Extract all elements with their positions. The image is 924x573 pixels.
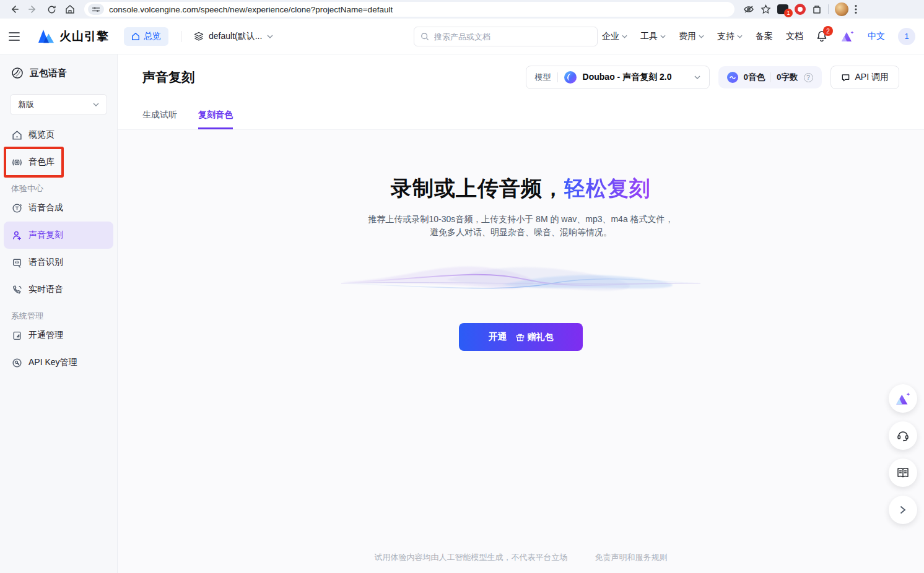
- api-key-icon: [11, 357, 22, 368]
- nav-item-billing[interactable]: 费用: [679, 31, 704, 42]
- sidebar-item-subscription[interactable]: 开通管理: [4, 322, 113, 349]
- headset-icon: [896, 429, 910, 442]
- sidebar-section-system: 系统管理: [0, 303, 117, 322]
- footer: 试用体验内容均由人工智能模型生成，不代表平台立场 免责声明和服务规则: [118, 552, 924, 563]
- sidebar-item-asr[interactable]: 语音识别: [4, 249, 113, 276]
- project-selector[interactable]: default(默认...: [194, 31, 273, 42]
- notification-badge: 2: [823, 26, 833, 36]
- sidebar-item-label: 开通管理: [28, 330, 63, 341]
- browser-menu-icon[interactable]: [855, 4, 857, 14]
- api-button-label: API 调用: [855, 72, 889, 83]
- api-chat-icon: [841, 73, 850, 82]
- project-name: default(默认...: [209, 31, 262, 42]
- header-controls: 模型 Doubao - 声音复刻 2.0 0音色 0字数 ?: [526, 66, 899, 89]
- sidebar-item-overview[interactable]: 概览页: [4, 121, 113, 149]
- hero-title-plain: 录制或上传音频，: [391, 176, 564, 200]
- collapse-button[interactable]: [889, 496, 917, 524]
- speech-synthesis-icon: [11, 202, 22, 213]
- extension-tab-icon[interactable]: [812, 5, 822, 14]
- extension-icon[interactable]: 1: [777, 4, 788, 14]
- forward-icon[interactable]: [25, 2, 41, 17]
- chevron-down-icon: [660, 35, 666, 38]
- nav-item-filing[interactable]: 备案: [756, 31, 773, 42]
- open-book-icon: [896, 467, 910, 479]
- logo-text: 火山引擎: [59, 28, 109, 45]
- support-button[interactable]: [889, 421, 917, 450]
- version-label: 新版: [18, 99, 34, 110]
- sidebar-section-experience: 体验中心: [0, 176, 117, 194]
- nav-item-label: 工具: [640, 31, 658, 42]
- help-icon[interactable]: ?: [804, 73, 813, 82]
- subscription-icon: [11, 330, 22, 341]
- footer-terms-link[interactable]: 免责声明和服务规则: [595, 552, 668, 563]
- docs-button[interactable]: [889, 459, 917, 487]
- nav-item-docs[interactable]: 文档: [786, 31, 803, 42]
- sidebar-product-title: 豆包语音: [0, 54, 117, 79]
- chevron-down-icon: [267, 35, 273, 38]
- language-switch[interactable]: 中文: [868, 31, 885, 42]
- sidebar-item-tts[interactable]: 语音合成: [4, 194, 113, 222]
- extension-red-icon[interactable]: [795, 4, 806, 15]
- nav-item-label: 文档: [786, 31, 803, 42]
- reload-icon[interactable]: [43, 2, 59, 17]
- bookmark-star-icon[interactable]: [761, 4, 771, 14]
- home-icon[interactable]: [62, 2, 78, 17]
- sidebar-item-realtime[interactable]: 实时语音: [4, 276, 113, 303]
- console-topnav: 火山引擎 总览 default(默认... 企业 工具 费用 支持: [0, 19, 924, 54]
- extension-badge: 1: [784, 9, 793, 17]
- chevron-down-icon: [93, 103, 99, 106]
- version-selector[interactable]: 新版: [10, 94, 107, 115]
- sidebar-item-voice-library[interactable]: 音色库: [4, 149, 113, 176]
- overview-button[interactable]: 总览: [124, 27, 168, 46]
- activate-button[interactable]: 开通 赠礼包: [459, 323, 583, 351]
- quota-stats[interactable]: 0音色 0字数 ?: [718, 66, 822, 88]
- sidebar-item-label: 语音合成: [28, 202, 63, 213]
- nav-item-label: 支持: [717, 31, 734, 42]
- gift-icon: [516, 333, 525, 342]
- nav-item-label: 费用: [679, 31, 696, 42]
- browser-profile-avatar[interactable]: [835, 2, 848, 16]
- hamburger-menu-icon[interactable]: [9, 32, 20, 41]
- hero-subtitle-line2: 避免多人对话、明显杂音、噪音、混响等情况。: [118, 226, 924, 239]
- model-label: 模型: [535, 72, 551, 83]
- product-search[interactable]: [414, 27, 598, 46]
- sidebar-item-label: 声音复刻: [28, 230, 63, 241]
- sidebar-item-label: API Key管理: [28, 357, 77, 368]
- sidebar-item-api-key[interactable]: API Key管理: [4, 349, 113, 376]
- doubao-model-icon: [564, 71, 577, 84]
- api-call-button[interactable]: API 调用: [830, 66, 899, 89]
- ai-assistant-button[interactable]: [889, 384, 917, 413]
- page-title: 声音复刻: [142, 69, 194, 86]
- site-settings-icon[interactable]: [88, 4, 104, 15]
- volcengine-logo[interactable]: 火山引擎: [37, 28, 109, 45]
- home-icon: [11, 129, 22, 140]
- notifications-button[interactable]: 2: [816, 30, 827, 42]
- chevron-down-icon: [694, 75, 700, 79]
- tab-generate-preview[interactable]: 生成试听: [142, 110, 177, 129]
- model-selector[interactable]: 模型 Doubao - 声音复刻 2.0: [526, 66, 710, 89]
- nav-item-tools[interactable]: 工具: [640, 31, 666, 42]
- main-area: 声音复刻 模型 Doubao - 声音复刻 2.0 0音色: [118, 54, 924, 573]
- chevron-right-icon: [900, 506, 906, 514]
- voice-clone-icon: [11, 230, 22, 241]
- back-icon[interactable]: [6, 2, 22, 17]
- url-text[interactable]: console.volcengine.com/speech/new/experi…: [109, 5, 393, 14]
- user-avatar[interactable]: 1: [898, 28, 915, 45]
- search-icon: [421, 32, 429, 41]
- credit-coin-icon: [727, 72, 738, 83]
- hide-eye-icon[interactable]: [743, 4, 754, 14]
- nav-item-support[interactable]: 支持: [717, 31, 743, 42]
- nav-item-enterprise[interactable]: 企业: [602, 31, 627, 42]
- address-bar[interactable]: console.volcengine.com/speech/new/experi…: [84, 2, 734, 17]
- sidebar-item-label: 音色库: [28, 157, 54, 168]
- realtime-voice-icon: [11, 284, 22, 295]
- app-frame: 豆包语音 新版 概览页 音色库 体验中心: [0, 54, 924, 573]
- activate-label: 开通: [489, 331, 507, 343]
- search-input[interactable]: [434, 32, 591, 41]
- model-value: Doubao - 声音复刻 2.0: [583, 72, 672, 83]
- sidebar-item-voice-clone[interactable]: 声音复刻: [4, 222, 113, 249]
- ai-assistant-icon[interactable]: [840, 30, 855, 43]
- char-count: 0字数: [777, 72, 798, 83]
- sidebar-menu: 概览页 音色库 体验中心 语音合成 声音复刻: [0, 118, 117, 376]
- tab-clone-voice[interactable]: 复刻音色: [198, 110, 233, 129]
